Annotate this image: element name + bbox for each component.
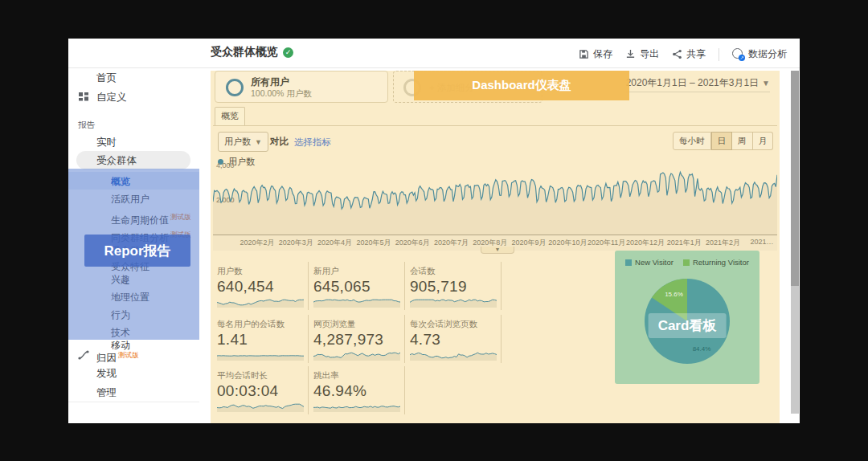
save-label: 保存	[593, 47, 612, 61]
metric-card-0[interactable]: 用户数640,454	[217, 262, 309, 310]
metric-select-value: 用户数	[224, 137, 251, 146]
save-button[interactable]: 保存	[579, 47, 612, 61]
legend-new-label: New Visitor	[635, 258, 674, 267]
visitor-type-pie-chart: 15.6%84.4%	[623, 271, 751, 374]
metric-value: 1.41	[217, 331, 308, 349]
analytics-window: 受众群体概览 ✓ 保存 导出 共享 ↗ 数据分析 首页自定义报告实时	[68, 39, 800, 423]
metric-value: 905,719	[410, 278, 501, 296]
header-actions: 保存 导出 共享 ↗ 数据分析	[579, 47, 787, 61]
pie-legend: New Visitor Returning Visitor	[615, 258, 760, 267]
sidebar-item-16[interactable]: 归因测试版	[68, 346, 205, 364]
chevron-down-icon: ▼	[762, 79, 770, 88]
metric-card-6[interactable]: 平均会话时长00:03:04	[217, 366, 309, 414]
sidebar-item-label: 归因	[96, 353, 117, 364]
sidebar-item-label: 概览	[111, 176, 130, 187]
sidebar-bottom-divider	[68, 402, 199, 402]
metric-label: 网页浏览量	[313, 319, 404, 330]
export-icon	[625, 49, 636, 59]
add-segment-label: + 添加细分	[429, 82, 474, 94]
granularity-button-0[interactable]: 每小时	[673, 132, 711, 150]
sidebar-item-8[interactable]: 同类群组分析测试版	[68, 226, 205, 243]
metric-label: 平均会话时长	[217, 370, 308, 381]
x-axis-label: 2020年11月	[588, 238, 625, 248]
x-axis-label: 2021年2月	[706, 238, 740, 248]
svg-text:15.6%: 15.6%	[665, 291, 683, 298]
beta-badge: 测试版	[170, 213, 191, 221]
sidebar-item-4[interactable]: 受众群体	[68, 152, 205, 169]
select-metric-link[interactable]: 选择指标	[294, 137, 331, 149]
metric-sparkline	[313, 402, 400, 412]
date-range-text: 2020年1月1日 – 2021年3月1日	[626, 77, 759, 88]
svg-text:84.4%: 84.4%	[693, 345, 711, 353]
metric-card-3[interactable]: 每名用户的会话数1.41	[217, 315, 309, 363]
metric-card-5[interactable]: 每次会话浏览页数4.73	[410, 315, 502, 363]
granularity-button-2[interactable]: 周	[732, 132, 753, 150]
metric-label: 会话数	[410, 266, 501, 277]
metric-value: 4,287,973	[313, 331, 404, 349]
x-axis-label: 2020年9月	[512, 238, 547, 248]
tab-overview[interactable]: 概览	[215, 107, 245, 125]
x-axis-label: 2020年7月	[434, 238, 469, 248]
chevron-down-icon: ▼	[255, 138, 262, 146]
sidebar-item-9[interactable]: 受众群体	[68, 242, 205, 259]
metric-label: 每次会话浏览页数	[410, 319, 501, 330]
share-label: 共享	[686, 47, 706, 61]
screenshot-stage: 受众群体概览 ✓ 保存 导出 共享 ↗ 数据分析 首页自定义报告实时	[0, 0, 868, 461]
attribution-icon	[78, 349, 89, 361]
sidebar-item-11[interactable]: 兴趣	[68, 271, 205, 288]
metric-label: 跳出率	[313, 370, 404, 381]
sidebar-item-18[interactable]: 管理	[68, 384, 205, 402]
metric-value: 00:03:04	[217, 382, 308, 400]
sidebar-item-label: 报告	[78, 120, 95, 129]
segment-all-users[interactable]: 所有用户 100.00% 用户数	[215, 71, 388, 103]
share-icon	[672, 49, 682, 59]
granularity-button-3[interactable]: 月	[753, 132, 774, 150]
metric-card-4[interactable]: 网页浏览量4,287,973	[313, 315, 405, 363]
metric-card-2[interactable]: 会话数905,719	[410, 262, 502, 310]
metric-value: 46.94%	[313, 382, 404, 400]
metric-card-7[interactable]: 跳出率46.94%	[313, 366, 405, 414]
sidebar-nav: 首页自定义报告实时受众群体概览活跃用户生命周期价值测试版同类群组分析测试版受众群…	[68, 68, 205, 423]
x-axis-label: 2020年10月	[548, 238, 587, 248]
sidebar-item-label: 生命周期价值	[111, 214, 169, 226]
insights-button[interactable]: ↗ 数据分析	[732, 47, 787, 61]
scrollbar-track	[791, 71, 799, 414]
granularity-button-1[interactable]: 日	[711, 132, 733, 150]
add-segment-button[interactable]: + 添加细分	[393, 71, 542, 103]
header-separator	[719, 48, 719, 61]
metric-sparkline	[313, 297, 400, 308]
scrollbar-thumb[interactable]	[791, 71, 799, 286]
sidebar-item-13[interactable]: 行为	[68, 306, 205, 324]
add-segment-circle-icon	[403, 79, 421, 96]
metric-label: 每名用户的会话数	[217, 319, 308, 330]
metric-label: 用户数	[217, 266, 308, 277]
sidebar-item-label: 实时	[96, 137, 117, 148]
metric-card-1[interactable]: 新用户645,065	[313, 262, 405, 310]
chart-collapse-handle[interactable]: ▼	[481, 247, 514, 254]
metric-sparkline	[313, 350, 400, 361]
legend-returning-label: Returning Visitor	[693, 258, 749, 267]
legend-swatch-new	[625, 259, 632, 266]
x-axis-label: 2020年3月	[279, 238, 313, 248]
page-title-text: 受众群体概览	[211, 45, 278, 59]
export-button[interactable]: 导出	[625, 47, 659, 61]
sidebar-item-12[interactable]: 地理位置	[68, 288, 205, 306]
granularity-switcher: 每小时日周月	[673, 132, 773, 150]
date-range-selector[interactable]: 2020年1月1日 – 2021年3月1日▼	[626, 76, 770, 92]
share-button[interactable]: 共享	[672, 47, 706, 61]
sidebar-item-3[interactable]: 实时	[68, 133, 205, 151]
sidebar-item-0[interactable]: 首页	[68, 69, 205, 87]
metric-sparkline	[217, 402, 304, 412]
tab-divider	[213, 125, 777, 126]
sidebar-item-7[interactable]: 生命周期价值测试版	[68, 208, 205, 226]
x-axis-label: 2021…	[750, 238, 773, 246]
sidebar-item-1[interactable]: 自定义	[68, 88, 205, 106]
sidebar-item-6[interactable]: 活跃用户	[68, 190, 205, 208]
metric-sparkline	[410, 297, 497, 308]
metric-select-dropdown[interactable]: 用户数▼	[218, 132, 268, 152]
sidebar-item-5-selected[interactable]: 概览	[68, 173, 205, 190]
metric-sparkline	[410, 350, 497, 361]
sidebar-item-17[interactable]: 发现	[68, 365, 205, 382]
sidebar-item-label: 自定义	[96, 92, 127, 103]
beta-badge: 测试版	[170, 230, 191, 239]
